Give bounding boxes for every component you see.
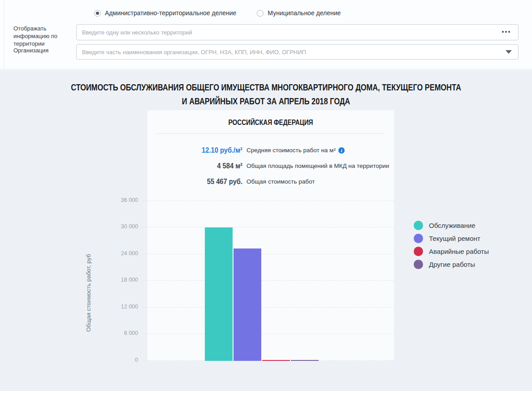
card-divider — [156, 133, 385, 134]
section-title-line2: И АВАРИЙНЫХ РАБОТ ЗА АПРЕЛЬ 2018 ГОДА — [48, 94, 484, 108]
gridline — [143, 227, 394, 227]
y-tick-label: 18 000 — [102, 277, 138, 283]
organization-input[interactable] — [76, 44, 519, 60]
gridline — [143, 254, 394, 254]
info-icon[interactable]: i — [338, 147, 345, 154]
stats-block: 12.10 руб./м²Средняя стоимость работ на … — [147, 142, 394, 189]
y-tick-label: 36 000 — [102, 197, 138, 203]
chart-legend: ОбслуживаниеТекущий ремонтАварийные рабо… — [414, 221, 489, 273]
bar-3[interactable] — [262, 360, 290, 361]
legend-label: Обслуживание — [429, 222, 476, 229]
legend-item[interactable]: Аварийные работы — [414, 247, 489, 256]
stat-row: 4 584 м²Общая площадь помещений в МКД на… — [147, 158, 394, 174]
bar-2[interactable] — [234, 248, 261, 361]
legend-item[interactable]: Обслуживание — [414, 221, 489, 230]
stat-label-text: Общая стоимость работ — [247, 178, 315, 185]
y-tick-label: 12 000 — [102, 304, 138, 310]
stat-value: 12.10 руб./м² — [155, 146, 242, 154]
y-tick-label: 0 — [102, 357, 138, 363]
stat-label: Общая площадь помещений в МКД на террито… — [247, 163, 389, 169]
radio-municipal-division[interactable]: Муниципальное деление — [257, 9, 341, 17]
stat-value: 4 584 м² — [155, 162, 242, 170]
stat-value: 55 467 руб. — [155, 178, 242, 186]
stat-row: 55 467 руб.Общая стоимость работ — [147, 174, 394, 189]
y-axis-title: Общая стоимость работ, руб — [85, 222, 92, 332]
territory-input[interactable] — [76, 24, 519, 40]
legend-dot-icon — [414, 234, 423, 243]
bar-chart-plot: 36 00030 00024 00018 00012 0006 0000 — [143, 193, 394, 361]
radio-administrative-label: Административно-территориальное деление — [105, 9, 236, 17]
stat-label: Средняя стоимость работ на м²i — [247, 147, 345, 154]
y-tick-label: 30 000 — [102, 223, 138, 230]
territory-field-label: Отображать информацию по территории — [13, 25, 81, 48]
bar-4[interactable] — [291, 360, 319, 361]
bottom-divider — [0, 390, 532, 391]
panel-edge-divider — [4, 0, 4, 69]
stat-label-text: Общая площадь помещений в МКД на террито… — [247, 163, 389, 169]
legend-dot-icon — [414, 221, 423, 230]
division-radio-group: Административно-территориальное деление … — [94, 9, 341, 17]
section-title: СТОИМОСТЬ ОБСЛУЖИВАНИЯ ОБЩЕГО ИМУЩЕСТВА … — [48, 81, 484, 108]
gridline — [143, 334, 394, 334]
legend-dot-icon — [414, 260, 423, 269]
region-title: РОССИЙСКАЯ ФЕДЕРАЦИЯ — [165, 110, 377, 127]
radio-selected-icon[interactable] — [94, 10, 101, 17]
page: Административно-территориальное деление … — [0, 0, 532, 394]
chart-section: СТОИМОСТЬ ОБСЛУЖИВАНИЯ ОБЩЕГО ИМУЩЕСТВА … — [0, 70, 532, 390]
legend-item[interactable]: Другие работы — [414, 260, 489, 269]
legend-label: Другие работы — [429, 261, 475, 268]
radio-municipal-label: Муниципальное деление — [268, 9, 341, 17]
legend-label: Текущий ремонт — [429, 235, 480, 242]
gridline — [143, 201, 394, 201]
gridline — [143, 307, 394, 308]
stat-label: Общая стоимость работ — [247, 178, 315, 185]
filter-panel: Административно-территориальное деление … — [0, 0, 532, 69]
section-title-line1: СТОИМОСТЬ ОБСЛУЖИВАНИЯ ОБЩЕГО ИМУЩЕСТВА … — [48, 81, 484, 94]
legend-label: Аварийные работы — [429, 248, 489, 255]
y-tick-label: 24 000 — [102, 250, 138, 257]
legend-dot-icon — [414, 247, 423, 256]
radio-administrative-division[interactable]: Административно-территориальное деление — [94, 9, 236, 17]
organization-field-label: Организация — [13, 47, 81, 55]
y-tick-label: 6 000 — [102, 330, 138, 336]
chevron-down-icon[interactable] — [506, 50, 512, 54]
legend-item[interactable]: Текущий ремонт — [414, 234, 489, 243]
bar-1[interactable] — [205, 227, 233, 361]
radio-unselected-icon[interactable] — [257, 10, 264, 17]
ellipsis-icon[interactable] — [502, 31, 510, 33]
stat-row: 12.10 руб./м²Средняя стоимость работ на … — [147, 142, 394, 158]
gridline — [143, 280, 394, 281]
stat-label-text: Средняя стоимость работ на м² — [247, 147, 336, 154]
